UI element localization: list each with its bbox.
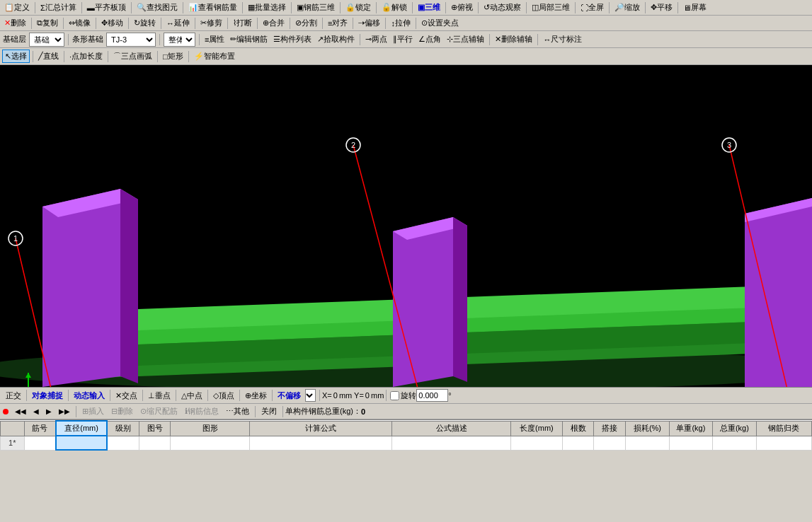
btn-3d[interactable]: ▣ 三维 bbox=[416, 1, 442, 13]
btn-view-rebar[interactable]: 📊 查看钢筋量 bbox=[186, 1, 239, 13]
btn-coord[interactable]: ⊕ 坐标 bbox=[243, 390, 269, 402]
mm-y-label: mm Y= bbox=[339, 391, 364, 400]
svg-text:2: 2 bbox=[351, 141, 355, 149]
cell-shape[interactable] bbox=[171, 436, 250, 450]
btn-parallel[interactable]: ∥ 平行 bbox=[391, 33, 415, 45]
btn-merge[interactable]: ⊕ 合并 bbox=[261, 17, 287, 29]
rotate-checkbox[interactable] bbox=[390, 391, 399, 400]
btn-trim[interactable]: ✂ 修剪 bbox=[198, 17, 224, 29]
btn-other[interactable]: ⋯ 其他 bbox=[224, 405, 251, 417]
cell-count[interactable] bbox=[562, 436, 594, 450]
btn-pan[interactable]: ✥ 平移 bbox=[648, 1, 675, 13]
btn-point-length[interactable]: · 点加长度 bbox=[67, 50, 105, 62]
btn-local3d[interactable]: ◫ 局部三维 bbox=[530, 1, 572, 13]
type-select[interactable]: TJ-3 bbox=[106, 33, 156, 47]
btn-component-list[interactable]: ☰ 构件列表 bbox=[271, 33, 314, 45]
btn-screen[interactable]: 🖥 屏幕 bbox=[681, 1, 709, 13]
btn-select[interactable]: ↖ 选择 bbox=[2, 50, 30, 63]
btn-two-point[interactable]: ⊸ 两点 bbox=[363, 33, 389, 45]
cell-category[interactable] bbox=[756, 436, 811, 450]
btn-edit-rebar[interactable]: ✏ 编辑钢筋 bbox=[228, 33, 270, 45]
btn-angle-point[interactable]: ∠ 点角 bbox=[416, 33, 443, 45]
btn-pick-component[interactable]: ↗ 拾取构件 bbox=[315, 33, 357, 45]
cell-desc[interactable] bbox=[392, 436, 511, 450]
btn-top-view[interactable]: ⊕ 俯视 bbox=[449, 1, 475, 13]
x-value: 0 bbox=[333, 391, 338, 400]
rotate-value[interactable] bbox=[416, 389, 448, 402]
btn-ortho[interactable]: 正交 bbox=[4, 390, 23, 402]
sep9 bbox=[412, 2, 413, 13]
btn-scale-rebar[interactable]: ⊙ 缩尺配筋 bbox=[138, 405, 180, 417]
btn-dimension[interactable]: ↔ 尺寸标注 bbox=[541, 33, 584, 45]
sep13 bbox=[575, 2, 576, 13]
btn-insert[interactable]: ⊞ 插入 bbox=[80, 405, 106, 417]
btn-properties[interactable]: ≡ 属性 bbox=[202, 33, 227, 45]
btn-break[interactable]: ⌇ 打断 bbox=[231, 17, 254, 29]
btn-no-offset[interactable]: 不偏移 bbox=[275, 390, 303, 402]
btn-zoom[interactable]: 🔎 缩放 bbox=[612, 1, 642, 13]
dim-icon: ↔ bbox=[543, 35, 551, 44]
btn-delete[interactable]: ✕ 删除 bbox=[2, 17, 28, 29]
scope-select[interactable]: 整体 bbox=[164, 33, 195, 47]
btn-align[interactable]: ≡ 对齐 bbox=[326, 17, 350, 29]
btn-delete-axis[interactable]: ✕ 删除辅轴 bbox=[493, 33, 534, 45]
btn-osnap[interactable]: 对象捕捉 bbox=[30, 390, 65, 402]
btn-fullscreen[interactable]: ⛶ 全屏 bbox=[578, 1, 606, 13]
btn-intersection[interactable]: ✕ 交点 bbox=[113, 390, 139, 402]
btn-arc[interactable]: ⌒ 三点画弧 bbox=[111, 50, 154, 62]
btn-find[interactable]: 🔍 查找图元 bbox=[135, 1, 180, 13]
btn-rect[interactable]: □ 矩形 bbox=[161, 50, 185, 62]
btn-unlock[interactable]: 🔓 解锁 bbox=[379, 1, 409, 13]
cell-figure-num[interactable] bbox=[139, 436, 171, 450]
btn-mirror[interactable]: ⇔ 镜像 bbox=[67, 17, 93, 29]
btn-dynamic-view[interactable]: ↺ 动态观察 bbox=[481, 1, 523, 13]
cell-jin-hao[interactable] bbox=[24, 436, 56, 450]
btn-offset[interactable]: ⇢ 偏移 bbox=[356, 17, 382, 29]
btn-calc[interactable]: Σ 汇总计算 bbox=[38, 1, 79, 13]
coord-icon: ⊕ bbox=[245, 391, 251, 400]
btn-dynamic-input[interactable]: 动态输入 bbox=[72, 390, 107, 402]
btn-line[interactable]: ╱ 直线 bbox=[36, 50, 61, 62]
btn-nav-last[interactable]: ▶▶ bbox=[57, 407, 72, 416]
btn-perp[interactable]: ⊥ 垂点 bbox=[146, 390, 173, 402]
btn-vertex[interactable]: ◇ 顶点 bbox=[211, 390, 236, 402]
cell-loss[interactable] bbox=[626, 436, 669, 450]
btn-move[interactable]: ✥ 移动 bbox=[99, 17, 125, 29]
sep27 bbox=[257, 18, 258, 29]
cell-total-weight[interactable] bbox=[713, 436, 756, 450]
layer-select[interactable]: 基础 bbox=[29, 33, 64, 47]
btn-rotate[interactable]: ↻ 旋转 bbox=[132, 17, 158, 29]
cell-lap[interactable] bbox=[594, 436, 626, 450]
btn-smart-place[interactable]: ⚡ 智能布置 bbox=[192, 50, 237, 62]
btn-nav-next[interactable]: ▶ bbox=[44, 407, 54, 416]
offset-dropdown[interactable] bbox=[305, 389, 316, 402]
btn-copy[interactable]: ⧉ 复制 bbox=[35, 17, 60, 29]
cell-length[interactable] bbox=[511, 436, 563, 450]
btn-lock[interactable]: 🔒 锁定 bbox=[343, 1, 373, 13]
btn-batch-select[interactable]: ▦ 批量选择 bbox=[246, 1, 288, 13]
viewport-3d[interactable]: B 1 2 3 bbox=[0, 65, 812, 387]
col-grade: 级别 bbox=[107, 421, 139, 436]
btn-nav-prev[interactable]: ◀ bbox=[31, 407, 41, 416]
btn-extend[interactable]: ↔ 延伸 bbox=[164, 17, 192, 29]
btn-three-point-axis[interactable]: ⊹ 三点辅轴 bbox=[445, 33, 486, 45]
btn-stretch[interactable]: ↕ 拉伸 bbox=[389, 17, 413, 29]
btn-rebar-info[interactable]: ℹ 钢筋信息 bbox=[183, 405, 221, 417]
move-icon: ✥ bbox=[101, 18, 108, 28]
cell-formula[interactable] bbox=[250, 436, 392, 450]
btn-delete-row[interactable]: ⊟ 删除 bbox=[109, 405, 135, 417]
btn-split[interactable]: ⊘ 分割 bbox=[293, 17, 319, 29]
btn-rebar3d[interactable]: ▣ 钢筋三维 bbox=[295, 1, 337, 13]
btn-define[interactable]: 📋 定义 bbox=[2, 1, 32, 13]
btn-close[interactable]: 关闭 bbox=[259, 405, 279, 417]
rebar-table: 筋号 直径(mm) 级别 图号 图形 计算公式 公式描述 长度(mm) 根数 搭… bbox=[0, 420, 812, 451]
cell-grade[interactable] bbox=[107, 436, 139, 450]
btn-grip[interactable]: ⊙ 设置夹点 bbox=[419, 17, 461, 29]
sep-s4 bbox=[142, 390, 143, 401]
unlock-icon: 🔓 bbox=[382, 3, 391, 12]
btn-level[interactable]: ▬ 平齐板顶 bbox=[85, 1, 128, 13]
cell-diameter[interactable] bbox=[56, 436, 108, 450]
cell-unit-weight[interactable] bbox=[669, 436, 712, 450]
btn-mid[interactable]: △ 中点 bbox=[179, 390, 205, 402]
btn-nav-first[interactable]: ◀◀ bbox=[13, 407, 28, 416]
